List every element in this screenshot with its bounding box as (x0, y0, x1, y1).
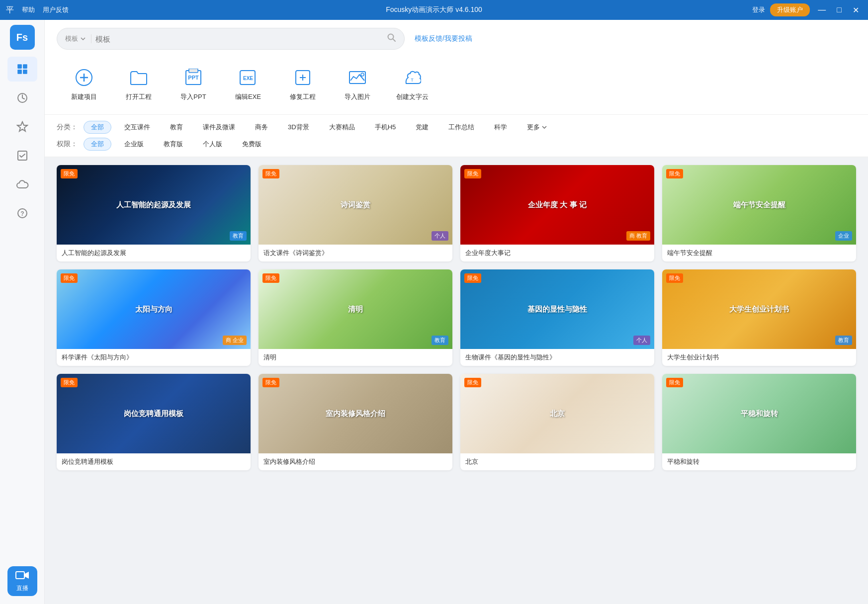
menu-flat[interactable]: 平 (6, 5, 14, 15)
badge-free: 限免 (464, 169, 481, 178)
template-card[interactable]: 诗词鉴赏 限免 个人 语文课件《诗词鉴赏》 (259, 165, 452, 261)
category-tag-0[interactable]: 全部 (84, 121, 111, 134)
svg-text:?: ? (20, 210, 24, 217)
menu-help[interactable]: 帮助 (22, 5, 35, 14)
sidebar-item-home[interactable] (7, 57, 37, 82)
quick-actions-bar: 新建项目打开工程PPT导入PPTEXE编辑EXE修复工程导入图片T创建文字云 (45, 56, 868, 115)
category-tag-6[interactable]: 大赛精品 (322, 121, 362, 133)
template-card[interactable]: 清明 限免 教育 清明 (259, 269, 452, 366)
category-tag-7[interactable]: 手机H5 (368, 121, 403, 133)
search-input[interactable] (95, 35, 387, 43)
template-thumbnail: 北京 限免 (460, 374, 654, 453)
template-title: 科学课件《太阳与方向》 (57, 349, 251, 366)
sidebar-item-cloud[interactable] (7, 172, 37, 197)
sidebar-item-tasks[interactable] (7, 143, 37, 168)
template-image: 清明 (259, 269, 452, 349)
svg-rect-19 (189, 69, 198, 73)
repair-project[interactable]: 修复工程 (275, 62, 330, 106)
template-image: 端午节安全提醒 (662, 165, 856, 245)
category-tag-9[interactable]: 工作总结 (441, 121, 481, 133)
search-icon[interactable] (387, 33, 396, 45)
category-tag-5[interactable]: 3D背景 (281, 121, 316, 133)
sidebar-item-recent[interactable] (7, 86, 37, 110)
template-card[interactable]: 岗位竞聘通用模板 限免 岗位竞聘通用模板 (57, 374, 251, 470)
template-thumbnail: 岗位竞聘通用模板 限免 (57, 374, 251, 453)
login-button[interactable]: 登录 (752, 5, 765, 14)
template-image: 室内装修风格介绍 (259, 374, 452, 453)
import-image[interactable]: 导入图片 (330, 62, 385, 106)
template-image: 诗词鉴赏 (259, 165, 452, 245)
search-dropdown[interactable]: 模板 (65, 34, 91, 43)
create-wordcloud-icon: T (401, 67, 423, 88)
category-tag-1[interactable]: 交互课件 (117, 121, 157, 133)
open-project[interactable]: 打开工程 (111, 62, 166, 106)
import-ppt[interactable]: PPT导入PPT (166, 62, 221, 106)
sidebar-item-help[interactable]: ? (7, 201, 37, 226)
permission-tag-4[interactable]: 免费版 (235, 138, 268, 150)
badge-type: 教育 (835, 336, 852, 345)
template-card[interactable]: 平稳和旋转 限免 平稳和旋转 (662, 374, 856, 470)
minimize-button[interactable]: — (815, 5, 829, 14)
template-image: 人工智能的起源及发展 (57, 165, 251, 245)
main-layout: Fs (0, 20, 868, 604)
sidebar-item-favorites[interactable] (7, 114, 37, 139)
upgrade-button[interactable]: 升级账户 (770, 3, 810, 16)
template-card[interactable]: 北京 限免 北京 (460, 374, 654, 470)
import-image-icon (347, 67, 368, 88)
category-tag-2[interactable]: 教育 (163, 121, 190, 133)
new-project[interactable]: 新建项目 (57, 62, 111, 106)
template-card[interactable]: 基因的显性与隐性 限免 个人 生物课件《基因的显性与隐性》 (460, 269, 654, 366)
badge-free: 限免 (666, 378, 683, 387)
permission-tag-1[interactable]: 企业版 (117, 138, 151, 150)
template-card[interactable]: 室内装修风格介绍 限免 室内装修风格介绍 (259, 374, 452, 470)
permission-tag-0[interactable]: 全部 (84, 138, 111, 151)
template-card[interactable]: 人工智能的起源及发展 限免 教育 人工智能的起源及发展 (57, 165, 251, 261)
template-image: 岗位竞聘通用模板 (57, 374, 251, 453)
template-title: 平稳和旋转 (662, 453, 856, 470)
grid-icon (16, 63, 29, 76)
edit-exe[interactable]: EXE编辑EXE (221, 62, 275, 106)
badge-free: 限免 (61, 169, 78, 178)
category-tag-10[interactable]: 科学 (487, 121, 514, 133)
maximize-button[interactable]: □ (834, 5, 845, 14)
badge-free: 限免 (666, 169, 683, 178)
permission-tag-3[interactable]: 个人版 (196, 138, 229, 150)
badge-free: 限免 (464, 378, 481, 387)
import-ppt-icon: PPT (182, 67, 204, 88)
template-card[interactable]: 企业年度 大 事 记 限免 商 教育 企业年度大事记 (460, 165, 654, 261)
category-tag-3[interactable]: 课件及微课 (196, 121, 242, 133)
sidebar-bottom: 直播 (7, 566, 37, 596)
template-card[interactable]: 大学生创业计划书 限免 教育 大学生创业计划书 (662, 269, 856, 366)
template-title: 岗位竞聘通用模板 (57, 453, 251, 470)
filter-area: 分类： 全部交互课件教育课件及微课商务3D背景大赛精品手机H5党建工作总结科学更… (45, 115, 868, 157)
app-logo: Fs (10, 25, 35, 50)
content-area: 模板 模板反馈/我要投稿 新建项目打开工程PPT导入PPTEXE编辑EXE修复工… (45, 20, 868, 604)
category-tag-11[interactable]: 更多 (520, 121, 554, 133)
category-tag-4[interactable]: 商务 (248, 121, 275, 133)
badge-type: 商 教育 (626, 231, 650, 241)
badge-type: 个人 (633, 336, 650, 345)
window-controls: 登录 升级账户 — □ ✕ (752, 3, 862, 16)
template-title: 北京 (460, 453, 654, 470)
category-label: 分类： (57, 123, 78, 132)
svg-text:EXE: EXE (243, 76, 253, 81)
category-tag-8[interactable]: 党建 (409, 121, 435, 133)
create-wordcloud[interactable]: T创建文字云 (385, 62, 439, 106)
badge-free: 限免 (464, 273, 481, 283)
template-grid: 人工智能的起源及发展 限免 教育 人工智能的起源及发展 诗词鉴赏 限免 个人 语… (45, 157, 868, 604)
badge-type: 个人 (432, 231, 448, 241)
close-button[interactable]: ✕ (850, 5, 862, 15)
search-area: 模板 模板反馈/我要投稿 (45, 20, 868, 56)
template-card[interactable]: 端午节安全提醒 限免 企业 端午节安全提醒 (662, 165, 856, 261)
menu-feedback[interactable]: 用户反馈 (43, 5, 69, 14)
badge-free: 限免 (262, 378, 279, 387)
svg-marker-5 (17, 122, 27, 131)
template-thumbnail: 清明 限免 教育 (259, 269, 452, 349)
clock-icon (16, 92, 28, 104)
permission-tag-2[interactable]: 教育版 (157, 138, 190, 150)
template-card[interactable]: 太阳与方向 限免 商 企业 科学课件《太阳与方向》 (57, 269, 251, 366)
template-feedback-link[interactable]: 模板反馈/我要投稿 (415, 34, 472, 43)
live-button[interactable]: 直播 (7, 566, 37, 596)
svg-marker-10 (25, 572, 29, 579)
template-title: 室内装修风格介绍 (259, 453, 452, 470)
